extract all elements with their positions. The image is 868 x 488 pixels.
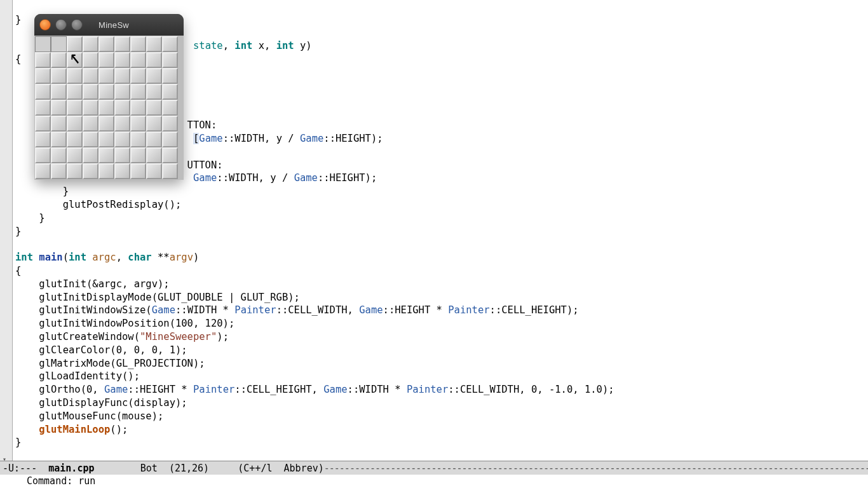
minesweeper-cell[interactable] xyxy=(146,132,162,147)
minesweeper-cell[interactable] xyxy=(51,84,67,100)
minesweeper-cell[interactable] xyxy=(98,116,114,132)
minesweeper-cell[interactable] xyxy=(98,100,114,116)
close-icon[interactable] xyxy=(39,19,51,30)
minesweeper-cell[interactable] xyxy=(146,116,162,132)
minesweeper-cell[interactable] xyxy=(98,36,114,52)
minesweeper-cell[interactable] xyxy=(162,68,178,84)
minesweeper-cell[interactable] xyxy=(67,68,83,84)
minesweeper-cell[interactable] xyxy=(67,100,83,116)
minesweeper-cell[interactable] xyxy=(35,52,51,68)
minesweeper-cell[interactable] xyxy=(51,116,67,132)
minesweeper-cell[interactable] xyxy=(130,68,146,84)
minesweeper-cell[interactable] xyxy=(114,163,130,179)
minesweeper-cell[interactable] xyxy=(67,163,83,179)
editor-scrollbar[interactable]: ▾ xyxy=(0,0,13,488)
minesweeper-cell[interactable] xyxy=(162,36,178,52)
minesweeper-cell[interactable] xyxy=(51,163,67,179)
minimize-icon[interactable] xyxy=(55,19,67,30)
minesweeper-cell[interactable] xyxy=(98,163,114,179)
minesweeper-cell[interactable] xyxy=(83,52,98,68)
minesweeper-cell[interactable] xyxy=(35,163,51,179)
minesweeper-cell[interactable] xyxy=(130,132,146,147)
minesweeper-cell[interactable] xyxy=(67,52,83,68)
minesweeper-cell[interactable] xyxy=(130,147,146,163)
window-title: MineSw xyxy=(98,20,129,30)
minesweeper-cell[interactable] xyxy=(98,68,114,84)
minesweeper-cell[interactable] xyxy=(114,68,130,84)
minesweeper-cell[interactable] xyxy=(67,116,83,132)
emacs-minibuffer[interactable]: Command: run xyxy=(0,475,868,488)
minesweeper-cell[interactable] xyxy=(83,68,98,84)
titlebar[interactable]: MineSw xyxy=(34,14,184,36)
minesweeper-cell[interactable] xyxy=(114,52,130,68)
minesweeper-cell[interactable] xyxy=(51,36,67,52)
minesweeper-cell[interactable] xyxy=(35,132,51,147)
minesweeper-cell[interactable] xyxy=(83,132,98,147)
minesweeper-cell[interactable] xyxy=(130,36,146,52)
minesweeper-cell[interactable] xyxy=(83,163,98,179)
minesweeper-cell[interactable] xyxy=(67,147,83,163)
minesweeper-cell[interactable] xyxy=(67,132,83,147)
minesweeper-cell[interactable] xyxy=(35,100,51,116)
minesweeper-cell[interactable] xyxy=(83,100,98,116)
minesweeper-cell[interactable] xyxy=(162,84,178,100)
minesweeper-cell[interactable] xyxy=(146,36,162,52)
minesweeper-cell[interactable] xyxy=(67,84,83,100)
minesweeper-cell[interactable] xyxy=(51,68,67,84)
minesweeper-cell[interactable] xyxy=(146,147,162,163)
minesweeper-cell[interactable] xyxy=(162,52,178,68)
minesweeper-cell[interactable] xyxy=(67,36,83,52)
minesweeper-cell[interactable] xyxy=(114,36,130,52)
minesweeper-cell[interactable] xyxy=(83,84,98,100)
minesweeper-cell[interactable] xyxy=(146,163,162,179)
minesweeper-cell[interactable] xyxy=(130,100,146,116)
minesweeper-cell[interactable] xyxy=(35,116,51,132)
minesweeper-cell[interactable] xyxy=(130,84,146,100)
minesweeper-cell[interactable] xyxy=(162,147,178,163)
minesweeper-cell[interactable] xyxy=(98,132,114,147)
code-line: } xyxy=(15,14,21,25)
maximize-icon[interactable] xyxy=(71,19,83,30)
minesweeper-cell[interactable] xyxy=(35,84,51,100)
minesweeper-cell[interactable] xyxy=(130,116,146,132)
minesweeper-cell[interactable] xyxy=(162,163,178,179)
minesweeper-cell[interactable] xyxy=(51,147,67,163)
minesweeper-cell[interactable] xyxy=(146,84,162,100)
minesweeper-cell[interactable] xyxy=(83,116,98,132)
minesweeper-cell[interactable] xyxy=(162,100,178,116)
minesweeper-grid[interactable] xyxy=(34,36,184,180)
minesweeper-cell[interactable] xyxy=(35,36,51,52)
minesweeper-cell[interactable] xyxy=(146,52,162,68)
minesweeper-cell[interactable] xyxy=(114,132,130,147)
minesweeper-cell[interactable] xyxy=(98,147,114,163)
code-line: } glutPostRedisplay(); } } int main(int … xyxy=(15,186,614,448)
minesweeper-cell[interactable] xyxy=(51,100,67,116)
minesweeper-cell[interactable] xyxy=(114,116,130,132)
minesweeper-cell[interactable] xyxy=(146,100,162,116)
minesweeper-cell[interactable] xyxy=(98,52,114,68)
minesweeper-cell[interactable] xyxy=(162,116,178,132)
minesweeper-cell[interactable] xyxy=(130,163,146,179)
minesweeper-cell[interactable] xyxy=(98,84,114,100)
code-line: { xyxy=(15,53,21,65)
minesweeper-cell[interactable] xyxy=(162,132,178,147)
minesweeper-cell[interactable] xyxy=(83,147,98,163)
minesweeper-cell[interactable] xyxy=(83,36,98,52)
minesweeper-cell[interactable] xyxy=(51,132,67,147)
minesweeper-cell[interactable] xyxy=(51,52,67,68)
minesweeper-cell[interactable] xyxy=(35,68,51,84)
minesweeper-cell[interactable] xyxy=(114,84,130,100)
emacs-modeline: -U:--- main.cpp Bot (21,26) (C++/l Abbre… xyxy=(0,461,868,475)
minesweeper-cell[interactable] xyxy=(114,147,130,163)
minesweeper-cell[interactable] xyxy=(35,147,51,163)
minesweeper-cell[interactable] xyxy=(130,52,146,68)
minesweeper-window[interactable]: MineSw xyxy=(34,14,184,180)
minesweeper-cell[interactable] xyxy=(146,68,162,84)
minesweeper-cell[interactable] xyxy=(114,100,130,116)
